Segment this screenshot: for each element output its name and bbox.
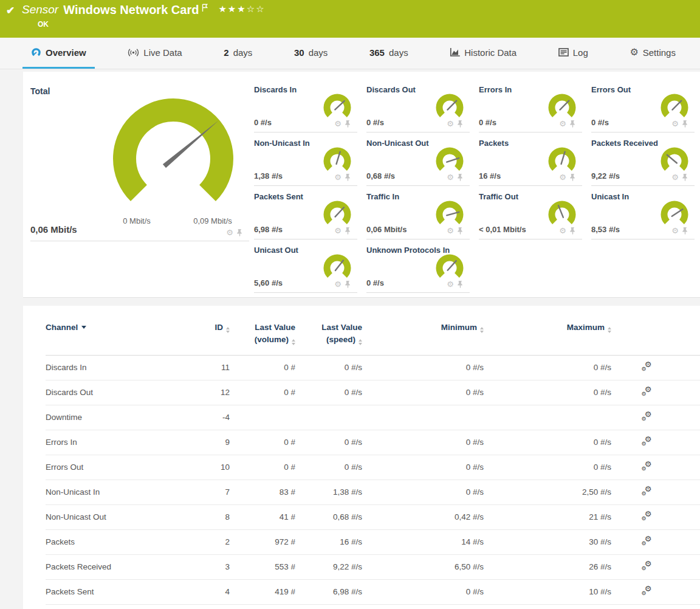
sort-up-icon (292, 339, 295, 342)
table-row-discards-in[interactable]: Discards In110 #0 #/s0 #/s0 #/s⚙⚙ (46, 355, 700, 380)
main-content: Total 0 Mbit/s 0,09 Mbit/s 0,06 Mbit/s ⚙… (0, 72, 700, 609)
gear-icon: ⚙ (642, 366, 647, 372)
table-row-packets-sent[interactable]: Packets Sent4419 #6,98 #/s0 #/s10 #/s⚙⚙ (46, 579, 700, 604)
table-row-non-unicast-in[interactable]: Non-Unicast In783 #1,38 #/s0 #/s2,50 #/s… (46, 480, 700, 504)
pin-icon[interactable] (345, 281, 351, 288)
gauge-dial (658, 92, 691, 122)
channel-settings-icon[interactable]: ⚙⚙ (642, 461, 652, 471)
gear-icon[interactable]: ⚙ (447, 280, 454, 288)
gauge-title: Traffic Out (479, 192, 518, 201)
star-rating[interactable]: ★★★☆☆ (218, 4, 265, 13)
pin-icon[interactable] (569, 174, 576, 181)
table-row-downtime[interactable]: Downtime-4⚙⚙ (46, 405, 700, 430)
gauge-actions: ⚙ (671, 227, 688, 235)
gear-icon[interactable]: ⚙ (334, 173, 341, 181)
gauge-value: 0 #/s (479, 118, 496, 127)
cell-channel: Discards Out (46, 380, 182, 405)
channel-settings-icon[interactable]: ⚙⚙ (642, 561, 652, 571)
pin-icon[interactable] (457, 281, 464, 288)
total-gauge-value: 0,06 Mbit/s (30, 224, 77, 235)
gear-icon[interactable]: ⚙ (671, 173, 679, 181)
table-row-packets-received[interactable]: Packets Received3553 #9,22 #/s6,50 #/s26… (46, 554, 700, 579)
column-header-last-value-speed[interactable]: Last Value(speed) (295, 322, 362, 355)
gauge-dial (433, 199, 466, 229)
channel-settings-icon[interactable]: ⚙⚙ (642, 362, 652, 371)
gear-icon[interactable]: ⚙ (334, 280, 341, 288)
gear-icon[interactable]: ⚙ (334, 227, 341, 235)
table-row-discards-out[interactable]: Discards Out120 #0 #/s0 #/s0 #/s⚙⚙ (46, 380, 700, 405)
channel-settings-icon[interactable]: ⚙⚙ (642, 411, 652, 421)
tab-historic-data[interactable]: Historic Data (441, 38, 525, 69)
cell-speed: 0,68 #/s (295, 504, 362, 529)
cell-vol: 41 # (230, 504, 295, 529)
table-row-packets[interactable]: Packets2972 #16 #/s14 #/s30 #/s⚙⚙ (46, 529, 700, 554)
cell-speed: 6,98 #/s (295, 579, 362, 604)
channel-settings-icon[interactable]: ⚙⚙ (642, 486, 652, 496)
pin-icon[interactable] (345, 174, 351, 181)
cell-channel: Errors In (46, 430, 182, 455)
pin-icon[interactable] (569, 120, 576, 128)
column-header-maximum[interactable]: Maximum (484, 322, 611, 355)
tab-30-days[interactable]: 30days (286, 38, 336, 69)
gear-icon[interactable]: ⚙ (447, 227, 454, 235)
pin-icon[interactable] (682, 227, 688, 235)
gear-icon[interactable]: ⚙ (559, 227, 566, 235)
gauge-title: Non-Unicast In (254, 139, 310, 148)
gauge-dial (658, 199, 691, 229)
tab-label: days (233, 47, 253, 58)
channel-table-body: Discards In110 #0 #/s0 #/s0 #/s⚙⚙Discard… (46, 355, 700, 604)
channel-settings-icon[interactable]: ⚙⚙ (642, 436, 652, 446)
gear-icon[interactable]: ⚙ (559, 173, 566, 181)
column-header-minimum[interactable]: Minimum (362, 322, 484, 355)
sort-icon (480, 327, 484, 333)
total-gauge-max-label: 0,09 Mbit/s (193, 216, 232, 225)
gauge-packets-received: Packets Received9,22 #/s⚙ (591, 132, 695, 186)
tab-live-data[interactable]: Live Data (119, 38, 190, 69)
tab-settings[interactable]: ⚙Settings (621, 38, 684, 69)
channel-settings-icon[interactable]: ⚙⚙ (642, 387, 652, 396)
pin-icon[interactable] (345, 227, 351, 235)
tab-overview[interactable]: Overview (22, 38, 95, 69)
gauge-dial (433, 253, 466, 282)
tab-365-days[interactable]: 365days (361, 38, 417, 69)
gear-icon[interactable]: ⚙ (447, 120, 454, 128)
table-row-errors-in[interactable]: Errors In90 #0 #/s0 #/s0 #/s⚙⚙ (46, 430, 700, 455)
gear-icon[interactable]: ⚙ (671, 120, 679, 128)
sensor-title: Windows Network Card (63, 3, 199, 17)
gear-icon[interactable]: ⚙ (559, 120, 566, 128)
gear-icon: ⚙ (642, 516, 647, 521)
pin-icon[interactable] (682, 174, 688, 181)
channel-settings-icon[interactable]: ⚙⚙ (642, 586, 652, 596)
pin-icon[interactable] (345, 120, 351, 128)
gauge-title: Discards In (254, 85, 297, 94)
flag-icon[interactable] (202, 4, 208, 15)
pin-icon[interactable] (236, 229, 243, 236)
pin-icon[interactable] (682, 120, 688, 128)
pin-icon[interactable] (457, 174, 464, 181)
gear-icon[interactable]: ⚙ (334, 120, 341, 128)
pin-icon[interactable] (569, 227, 576, 235)
column-header-last-value-volume[interactable]: Last Value(volume) (230, 322, 295, 355)
channel-settings-icon[interactable]: ⚙⚙ (642, 511, 652, 521)
gauge-discards-out: Discards Out0 #/s⚙ (366, 79, 470, 132)
tab-log[interactable]: Log (550, 38, 597, 69)
pin-icon[interactable] (457, 120, 464, 128)
gear-icon[interactable]: ⚙ (226, 229, 233, 236)
cell-max: 2,50 #/s (484, 480, 611, 504)
sort-down-icon (226, 331, 230, 333)
gauge-title: Unicast Out (254, 246, 298, 255)
tab-2-days[interactable]: 2days (215, 38, 261, 69)
gauge-value: 0 #/s (366, 278, 384, 287)
gear-icon[interactable]: ⚙ (671, 227, 679, 235)
table-row-non-unicast-out[interactable]: Non-Unicast Out841 #0,68 #/s0,42 #/s21 #… (46, 504, 700, 529)
cell-actions: ⚙⚙ (611, 355, 700, 380)
table-row-errors-out[interactable]: Errors Out100 #0 #/s0 #/s0 #/s⚙⚙ (46, 455, 700, 480)
pin-icon[interactable] (457, 227, 464, 235)
cell-actions: ⚙⚙ (611, 405, 700, 430)
gear-icon[interactable]: ⚙ (447, 173, 454, 181)
page: ✔ Sensor Windows Network Card ★★★☆☆ OK O… (0, 0, 700, 609)
channel-settings-icon[interactable]: ⚙⚙ (642, 536, 652, 546)
column-header-id[interactable]: ID (182, 322, 230, 355)
column-header-channel[interactable]: Channel (46, 322, 182, 355)
cell-channel: Discards In (46, 355, 182, 380)
